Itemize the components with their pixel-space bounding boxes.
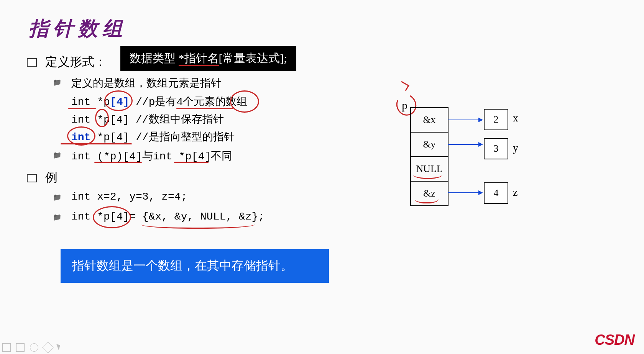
eraser-icon[interactable] [42, 341, 54, 353]
var-label: y [513, 142, 518, 154]
red-underline-icon [176, 108, 233, 109]
p-cell: &y [411, 133, 448, 157]
red-underline-icon [94, 162, 142, 163]
bullet-icon [27, 58, 37, 67]
summary-box: 指针数组是一个数组，在其中存储指针。 [61, 249, 329, 283]
page-title: 指针数组 [29, 15, 127, 42]
sub2-text: int (*p)[4]与int *p[4]不同 [71, 149, 232, 163]
folder-icon [54, 215, 62, 221]
sub1-text: 定义的是数组，数组元素是指针 [71, 76, 222, 90]
value-box: 2 [484, 109, 508, 130]
red-circle-icon [95, 109, 109, 127]
red-tick-icon [398, 81, 409, 91]
red-circle-icon [93, 206, 131, 228]
var-label: z [513, 186, 518, 198]
code-line-1: int *p[4] //p是有4个元素的数组 [71, 94, 247, 109]
var-label: x [513, 112, 518, 124]
pen-icon[interactable] [2, 343, 11, 352]
cursor-icon[interactable] [56, 343, 62, 351]
code-line-3: int *p[4] //是指向整型的指针 [71, 129, 235, 144]
syntax-mid: *指针名 [179, 52, 219, 66]
red-circle-icon [67, 126, 95, 146]
syntax-box: 数据类型 *指针名[常量表达式]; [120, 46, 296, 71]
red-curve-icon [141, 225, 255, 229]
arrow-icon [448, 144, 482, 145]
p-array: &x &y NULL &z [410, 107, 449, 206]
red-circle-icon [104, 90, 133, 111]
grid-icon[interactable] [16, 343, 25, 352]
circle-tool-icon[interactable] [30, 343, 38, 352]
csdn-watermark: CSDN [595, 332, 634, 348]
arrow-icon [448, 192, 482, 193]
section2-label: 例 [45, 169, 58, 186]
code-line-2: int *p[4] //数组中保存指针 [71, 112, 224, 126]
value-box: 3 [484, 138, 508, 159]
example-line-1: int x=2, y=3, z=4; [71, 191, 187, 203]
bullet-icon [27, 174, 37, 182]
red-underline-icon [61, 143, 132, 144]
value-box: 4 [484, 182, 508, 204]
folder-icon [54, 80, 62, 86]
red-circle-icon [230, 90, 259, 113]
section1-label: 定义形式： [45, 54, 107, 70]
pointer-diagram: p &x &y NULL &z 2 3 4 x y z [395, 88, 548, 218]
presentation-toolbar [2, 343, 61, 352]
red-underline-icon [174, 162, 209, 163]
folder-icon [54, 195, 62, 201]
syntax-suffix: [常量表达式]; [219, 52, 287, 64]
p-cell: &x [411, 108, 448, 133]
red-underline-icon [68, 108, 96, 109]
syntax-prefix: 数据类型 [130, 52, 179, 64]
folder-icon [54, 152, 62, 159]
arrow-icon [448, 120, 482, 120]
